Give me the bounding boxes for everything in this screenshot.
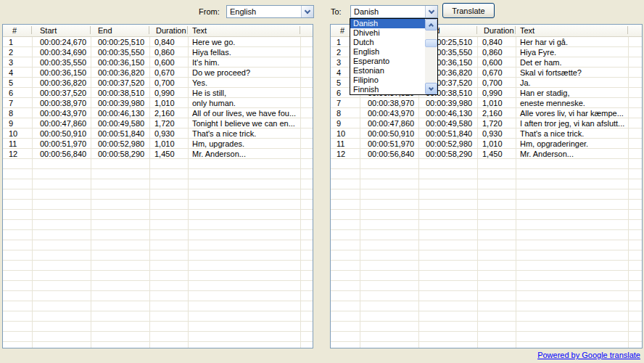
column-header-end[interactable]: End bbox=[91, 25, 149, 36]
row-number: 9 bbox=[3, 118, 32, 129]
row-number: 4 bbox=[3, 68, 32, 78]
subtitle-text: He is still, bbox=[188, 88, 300, 98]
scrollbar-track[interactable] bbox=[425, 30, 437, 83]
row-number: 9 bbox=[331, 118, 360, 129]
duration-value: 1,720 bbox=[149, 118, 188, 129]
duration-value: 1,720 bbox=[477, 118, 516, 129]
start-time: 00:00:35,550 bbox=[32, 57, 91, 68]
column-header-duration[interactable]: Duration bbox=[477, 25, 516, 36]
start-time: 00:00:56,840 bbox=[32, 149, 91, 159]
dropdown-item-dhivehi[interactable]: Dhivehi bbox=[350, 28, 425, 38]
duration-value: 0,700 bbox=[477, 78, 516, 88]
from-combo-arrow-button[interactable] bbox=[301, 6, 313, 17]
subtitle-row[interactable]: 1000:00:50,91000:00:51,8400,930That's a … bbox=[3, 129, 313, 139]
scrollbar-thumb[interactable] bbox=[425, 39, 437, 47]
dropdown-item-filipino[interactable]: Filipino bbox=[350, 76, 425, 85]
start-time: 00:00:38,970 bbox=[360, 98, 418, 108]
subtitle-text: Hm, opgraderinger. bbox=[516, 139, 628, 149]
start-time: 00:00:24,670 bbox=[32, 37, 91, 47]
subtitle-row[interactable]: 100:00:24,67000:00:25,5100,840Here we go… bbox=[3, 37, 313, 47]
column-header-number[interactable]: # bbox=[3, 25, 32, 36]
subtitle-row[interactable]: 800:00:43,97000:00:46,1302,160All of our… bbox=[3, 108, 313, 118]
column-header-text[interactable]: Text bbox=[516, 25, 628, 36]
row-number: 10 bbox=[3, 129, 32, 139]
subtitle-row[interactable]: 200:00:34,69000:00:35,5500,860Hiya fella… bbox=[3, 47, 313, 57]
duration-value: 0,670 bbox=[149, 68, 188, 78]
powered-by-google-link[interactable]: Powered by Google translate bbox=[537, 351, 640, 359]
duration-value: 0,990 bbox=[477, 88, 516, 98]
end-time: 00:00:39,980 bbox=[418, 98, 477, 108]
end-time: 00:00:51,840 bbox=[91, 129, 149, 139]
dropdown-item-finnish[interactable]: Finnish bbox=[350, 85, 425, 94]
subtitle-row[interactable]: 300:00:35,55000:00:36,1500,600It's him. bbox=[3, 57, 313, 68]
subtitle-row[interactable]: 1200:00:56,84000:00:58,2901,450Mr. Ander… bbox=[331, 149, 642, 159]
subtitle-row[interactable]: 800:00:43,97000:00:46,1302,160Alle vores… bbox=[331, 108, 642, 118]
dropdown-item-english[interactable]: English bbox=[350, 47, 425, 57]
column-header-duration[interactable]: Duration bbox=[149, 25, 188, 36]
dropdown-item-dutch[interactable]: Dutch bbox=[350, 38, 425, 47]
subtitle-text: Hm, upgrades. bbox=[188, 139, 300, 149]
dropdown-item-estonian[interactable]: Estonian bbox=[350, 66, 425, 76]
scroll-up-button[interactable] bbox=[425, 19, 437, 30]
column-header-filler bbox=[628, 25, 642, 36]
subtitle-text: Tonight I believe we can en... bbox=[188, 118, 300, 129]
from-language-select[interactable]: English bbox=[226, 5, 314, 18]
start-time: 00:00:43,970 bbox=[32, 108, 91, 118]
subtitle-text: It's him. bbox=[188, 57, 300, 68]
dropdown-item-esperanto[interactable]: Esperanto bbox=[350, 57, 425, 66]
column-header-text[interactable]: Text bbox=[188, 25, 300, 36]
row-number: 11 bbox=[331, 139, 360, 149]
chevron-down-icon bbox=[305, 7, 310, 13]
dropdown-item-danish[interactable]: Danish bbox=[350, 19, 425, 28]
subtitle-text: Hiya fellas. bbox=[188, 47, 300, 57]
subtitle-text: Mr. Anderson... bbox=[188, 149, 300, 159]
chevron-down-icon bbox=[429, 7, 434, 13]
translate-button[interactable]: Translate bbox=[442, 3, 495, 18]
row-number: 3 bbox=[3, 57, 32, 68]
to-language-select[interactable]: Danish bbox=[350, 5, 438, 18]
start-time: 00:00:43,970 bbox=[360, 108, 418, 118]
duration-value: 0,840 bbox=[149, 37, 188, 47]
start-time: 00:00:36,820 bbox=[32, 78, 91, 88]
subtitle-text: Her har vi gå. bbox=[516, 37, 628, 47]
subtitle-text: I aften tror jeg, vi kan afslutt... bbox=[516, 118, 628, 129]
start-time: 00:00:51,970 bbox=[32, 139, 91, 149]
scroll-down-button[interactable] bbox=[425, 83, 437, 94]
end-time: 00:00:36,820 bbox=[91, 68, 149, 78]
subtitle-text: Han er stadig, bbox=[516, 88, 628, 98]
duration-value: 0,600 bbox=[149, 57, 188, 68]
subtitle-row[interactable]: 500:00:36,82000:00:37,5200,700Yes. bbox=[3, 78, 313, 88]
subtitle-row[interactable]: 600:00:37,52000:00:38,5100,990He is stil… bbox=[3, 88, 313, 98]
row-number: 10 bbox=[331, 129, 360, 139]
subtitle-row[interactable]: 900:00:47,86000:00:49,5801,720I aften tr… bbox=[331, 118, 642, 129]
duration-value: 0,860 bbox=[149, 47, 188, 57]
subtitle-row[interactable]: 1000:00:50,91000:00:51,8400,930That's a … bbox=[331, 129, 642, 139]
start-time: 00:00:50,910 bbox=[32, 129, 91, 139]
subtitle-row[interactable]: 700:00:38,97000:00:39,9801,010only human… bbox=[3, 98, 313, 108]
row-number: 7 bbox=[3, 98, 32, 108]
subtitle-row[interactable]: 1200:00:56,84000:00:58,2901,450Mr. Ander… bbox=[3, 149, 313, 159]
subtitle-row[interactable]: 1100:00:51,97000:00:52,9801,010Hm, opgra… bbox=[331, 139, 642, 149]
row-number: 11 bbox=[3, 139, 32, 149]
duration-value: 0,990 bbox=[149, 88, 188, 98]
column-header-start[interactable]: Start bbox=[32, 25, 91, 36]
source-table-header: # Start End Duration Text bbox=[3, 25, 313, 37]
subtitle-row[interactable]: 900:00:47,86000:00:49,5801,720Tonight I … bbox=[3, 118, 313, 129]
start-time: 00:00:50,910 bbox=[360, 129, 418, 139]
from-language-value: English bbox=[227, 7, 301, 16]
subtitle-text: Yes. bbox=[188, 78, 300, 88]
duration-value: 0,930 bbox=[477, 129, 516, 139]
duration-value: 1,450 bbox=[477, 149, 516, 159]
duration-value: 2,160 bbox=[149, 108, 188, 118]
duration-value: 2,160 bbox=[477, 108, 516, 118]
subtitle-text: eneste menneske. bbox=[516, 98, 628, 108]
subtitle-row[interactable]: 700:00:38,97000:00:39,9801,010eneste men… bbox=[331, 98, 642, 108]
subtitle-row[interactable]: 1100:00:51,97000:00:52,9801,010Hm, upgra… bbox=[3, 139, 313, 149]
end-time: 00:00:52,980 bbox=[91, 139, 149, 149]
dropdown-scrollbar[interactable] bbox=[425, 19, 437, 94]
subtitle-row[interactable]: 400:00:36,15000:00:36,8200,670Do we proc… bbox=[3, 68, 313, 78]
to-combo-arrow-button[interactable] bbox=[425, 6, 437, 17]
chevron-up-icon bbox=[429, 23, 434, 28]
end-time: 00:00:46,130 bbox=[91, 108, 149, 118]
to-label: To: bbox=[331, 7, 342, 16]
